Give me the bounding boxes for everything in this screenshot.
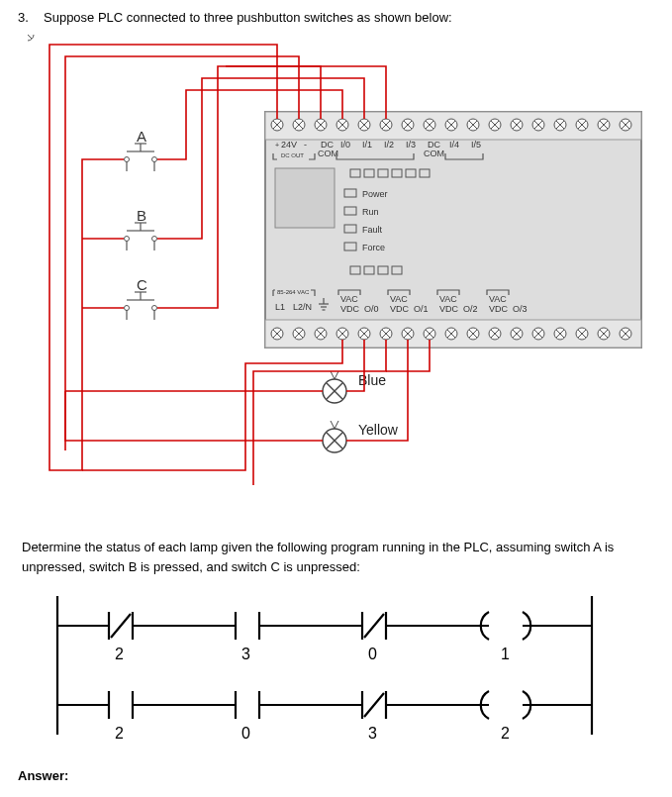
switch-c: C — [125, 276, 157, 320]
svg-point-146 — [125, 306, 130, 311]
plc-status-power: Power — [362, 189, 388, 199]
label-o3: O/3 — [513, 304, 528, 314]
svg-text:A: A — [137, 128, 146, 145]
label-o2: O/2 — [463, 304, 478, 314]
label-dcout: DC OUT — [281, 152, 304, 158]
svg-rect-59 — [350, 169, 360, 177]
question-number: 3. — [18, 10, 36, 25]
svg-rect-65 — [344, 189, 356, 197]
label-com2: COM — [424, 149, 444, 158]
label-i3: I/3 — [406, 140, 416, 149]
label-com1: COM — [318, 149, 338, 158]
label-vac-range: 85-264 VAC — [277, 289, 310, 295]
instruction-text: Determine the status of each lamp given … — [22, 538, 650, 576]
label-vdc0: VDC — [340, 304, 360, 314]
switch-b: B — [125, 207, 157, 250]
ladder-diagram: 2 3 0 1 2 0 3 — [18, 576, 654, 754]
label-l1: L1 — [275, 302, 285, 312]
svg-rect-64 — [420, 169, 430, 177]
svg-text:0: 0 — [241, 725, 250, 742]
label-o0: O/0 — [364, 304, 379, 314]
svg-point-130 — [125, 157, 130, 162]
label-vdc2: VDC — [439, 304, 459, 314]
svg-line-195 — [364, 693, 384, 717]
svg-line-170 — [111, 614, 131, 638]
label-i1: I/1 — [362, 140, 372, 149]
svg-line-163 — [335, 421, 338, 429]
label-i0: I/0 — [340, 140, 350, 149]
plc-status-run: Run — [362, 207, 379, 217]
plc-status-fault: Fault — [362, 225, 383, 235]
svg-line-162 — [331, 421, 335, 429]
svg-rect-66 — [344, 207, 356, 215]
label-o1: O/1 — [414, 304, 429, 314]
question-header: 3. Suppose PLC connected to three pushbu… — [18, 10, 654, 25]
svg-text:B: B — [137, 207, 146, 224]
label-vac3: VAC — [489, 294, 507, 304]
svg-point-139 — [152, 237, 157, 242]
svg-text:3: 3 — [241, 646, 250, 662]
svg-point-131 — [152, 157, 157, 162]
svg-text:2: 2 — [501, 725, 510, 742]
svg-rect-72 — [392, 266, 402, 274]
label-vac2: VAC — [439, 294, 457, 304]
svg-text:Yellow: Yellow — [358, 422, 399, 438]
switch-a: A — [125, 128, 157, 171]
svg-rect-67 — [344, 225, 356, 233]
lamp-yellow: Yellow — [323, 421, 399, 452]
svg-rect-70 — [364, 266, 374, 274]
label-l2n: L2/N — [293, 302, 312, 312]
svg-line-179 — [364, 614, 384, 638]
svg-point-147 — [152, 306, 157, 311]
svg-rect-69 — [350, 266, 360, 274]
svg-line-156 — [331, 371, 335, 379]
wiring-diagram: + 24V - DC OUT DC COM I/0 I/1 I/2 I/3 DC… — [28, 35, 654, 520]
label-vdc1: VDC — [390, 304, 410, 314]
svg-rect-60 — [364, 169, 374, 177]
label-vac0: VAC — [340, 294, 358, 304]
question-prompt: Suppose PLC connected to three pushbutto… — [44, 10, 452, 25]
svg-text:1: 1 — [501, 646, 510, 662]
label-vdc3: VDC — [489, 304, 509, 314]
svg-text:C: C — [137, 276, 147, 293]
label-i2: I/2 — [384, 140, 394, 149]
svg-text:Blue: Blue — [358, 372, 386, 388]
label-i5: I/5 — [471, 140, 481, 149]
label-vac1: VAC — [390, 294, 408, 304]
answer-label: Answer: — [18, 768, 654, 783]
plc-status-force: Force — [362, 243, 385, 252]
svg-point-138 — [125, 237, 130, 242]
svg-rect-71 — [378, 266, 388, 274]
svg-line-157 — [335, 371, 338, 379]
label-24v: 24V — [281, 140, 297, 149]
svg-text:2: 2 — [115, 725, 124, 742]
svg-rect-58 — [275, 168, 335, 228]
svg-rect-62 — [392, 169, 402, 177]
svg-text:2: 2 — [115, 646, 124, 662]
svg-text:-: - — [304, 140, 307, 149]
label-i4: I/4 — [449, 140, 459, 149]
svg-text:0: 0 — [368, 646, 377, 662]
lamp-blue: Blue — [323, 371, 386, 403]
svg-rect-63 — [406, 169, 416, 177]
svg-text:+: + — [275, 142, 279, 149]
svg-rect-68 — [344, 243, 356, 250]
svg-text:3: 3 — [368, 725, 377, 742]
svg-rect-61 — [378, 169, 388, 177]
